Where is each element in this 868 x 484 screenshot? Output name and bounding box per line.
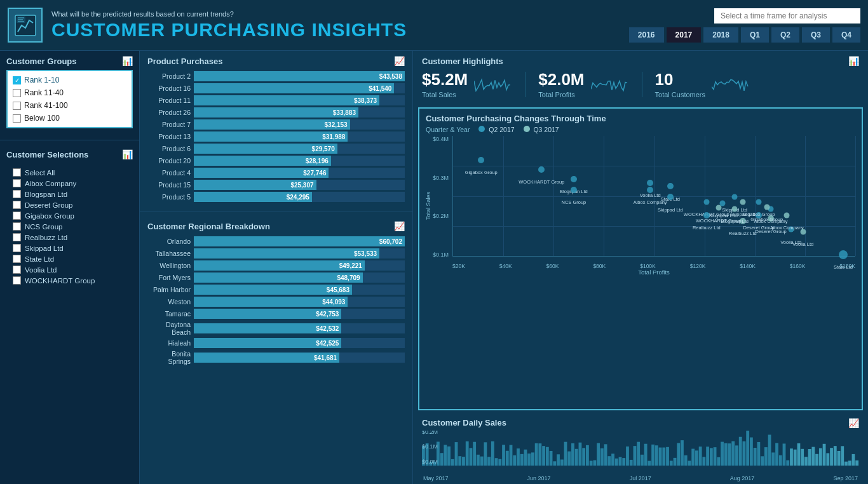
customer-list-item[interactable]: Realbuzz Ltd <box>13 232 126 243</box>
customer-list-item[interactable]: Deseret Group <box>13 199 126 210</box>
daily-bar <box>484 442 487 466</box>
bar-outer: $28,196 <box>194 156 405 166</box>
group-item[interactable]: Rank 41-100 <box>10 99 129 112</box>
bar-row: Hialeah$42,525 <box>147 338 405 348</box>
bar-value: $45,683 <box>327 286 349 293</box>
customer-checkbox[interactable] <box>13 244 21 252</box>
daily-bar <box>717 457 720 466</box>
customer-checkbox[interactable] <box>13 276 21 285</box>
customer-groups-section: Customer Groups 📊 ✓Rank 1-10Rank 11-40Ra… <box>0 51 139 136</box>
group-checkbox[interactable] <box>13 114 21 123</box>
group-item[interactable]: Rank 11-40 <box>10 86 129 99</box>
bar-fill: $32,153 <box>194 119 350 130</box>
groups-dropdown[interactable]: ✓Rank 1-10Rank 11-40Rank 41-100Below 100 <box>6 70 133 128</box>
daily-chart: $0.2M$0.1M$0.0MMay 2017Jun 2017Jul 2017A… <box>422 431 859 481</box>
chart-icon-products[interactable]: 📈 <box>394 56 405 66</box>
time-btn-2018[interactable]: 2018 <box>703 27 738 43</box>
customer-label: Skippad Ltd <box>25 245 64 252</box>
daily-x-label: Sep 2017 <box>833 475 858 481</box>
customer-checkbox[interactable] <box>13 266 21 274</box>
customer-list-item[interactable]: WOCKHARDT Group <box>13 275 126 286</box>
customer-groups-header: Customer Groups 📊 <box>6 56 133 66</box>
highlight-value: $5.2M <box>422 70 468 90</box>
bar-outer: $48,709 <box>194 272 405 283</box>
highlight-card: $5.2MTotal Sales <box>422 70 512 98</box>
bar-label: Product 6 <box>147 145 191 152</box>
customer-list-item[interactable]: Voolia Ltd <box>13 264 126 275</box>
daily-bar <box>593 460 596 466</box>
customer-label: Select All <box>25 169 55 177</box>
customer-checkbox[interactable] <box>13 190 21 198</box>
chart-icon-regional[interactable]: 📈 <box>394 221 405 231</box>
group-checkbox[interactable] <box>13 89 21 97</box>
customer-list-item[interactable]: Blogspan Ltd <box>13 189 126 199</box>
daily-bar <box>564 442 567 466</box>
customer-selections-section: Customer Selections 📊 Select AllAibox Co… <box>0 144 139 295</box>
time-btn-q4[interactable]: Q4 <box>832 27 860 43</box>
daily-bar <box>659 448 662 466</box>
highlight-label: Total Profits <box>538 91 584 98</box>
daily-bar <box>542 446 545 466</box>
customer-checkbox[interactable] <box>13 212 21 220</box>
time-btn-q3[interactable]: Q3 <box>802 27 830 43</box>
chart-icon-daily[interactable]: 📈 <box>848 418 859 428</box>
group-item[interactable]: Below 100 <box>10 112 129 124</box>
scatter-y-axis-title: Total Sales <box>425 192 431 220</box>
bar-label: Product 16 <box>147 84 191 92</box>
group-checkbox[interactable]: ✓ <box>13 76 21 84</box>
daily-bar <box>808 449 811 466</box>
daily-bar <box>575 449 578 466</box>
customer-list-item[interactable]: NCS Group <box>13 221 126 232</box>
bar-row: Weston$44,093 <box>147 297 405 307</box>
legend-quarter-year: Quarter & Year <box>426 126 470 133</box>
bar-fill: $48,709 <box>194 272 363 283</box>
daily-bar <box>699 447 702 466</box>
customer-label: State Ltd <box>25 255 54 263</box>
daily-bar <box>553 461 556 466</box>
customer-list-item[interactable]: Gigabox Group <box>13 210 126 221</box>
bar-value: $29,570 <box>312 145 335 152</box>
legend-q2-dot <box>478 126 485 132</box>
bar-value: $41,681 <box>314 354 337 361</box>
bar-outer: $29,570 <box>194 144 405 154</box>
customer-checkbox[interactable] <box>13 201 21 209</box>
daily-bar <box>590 460 593 466</box>
regional-breakdown-title: Customer Regional Breakdown <box>147 222 270 231</box>
daily-bar <box>691 449 695 466</box>
scatter-dot-label: WOCKHARDT Group <box>519 179 564 185</box>
time-btn-2016[interactable]: 2016 <box>629 27 664 43</box>
daily-bar <box>721 442 724 466</box>
bar-value: $24,295 <box>287 194 309 201</box>
product-purchases-title: Product Purchases <box>147 57 223 66</box>
customer-checkbox[interactable] <box>13 179 21 187</box>
time-btn-2017[interactable]: 2017 <box>667 27 702 43</box>
daily-bar <box>651 445 654 466</box>
customer-checkbox[interactable] <box>13 222 21 231</box>
group-item[interactable]: ✓Rank 1-10 <box>10 74 129 86</box>
daily-bar <box>714 447 717 466</box>
chart-icon-groups[interactable]: 📊 <box>122 56 133 66</box>
customer-list-item[interactable]: State Ltd <box>13 253 126 264</box>
scatter-dot-label: NCS Group <box>562 199 587 205</box>
bar-row: Bonita Springs$41,681 <box>147 350 405 365</box>
daily-bar <box>520 454 524 466</box>
time-frame-input[interactable] <box>714 8 860 24</box>
customer-list-item[interactable]: Aibox Company <box>13 178 126 189</box>
bar-value: $33,883 <box>333 109 356 116</box>
customer-checkbox[interactable] <box>13 233 21 241</box>
daily-y-label: $0.1M <box>422 443 438 450</box>
daily-bar <box>630 460 633 466</box>
daily-sales-svg: $0.2M$0.1M$0.0M <box>422 431 859 475</box>
group-checkbox[interactable] <box>13 102 21 110</box>
customer-checkbox[interactable] <box>13 168 21 177</box>
customer-checkbox[interactable] <box>13 255 21 263</box>
scatter-dot <box>768 215 774 222</box>
customer-list-item[interactable]: Skippad Ltd <box>13 243 126 253</box>
time-btn-q2[interactable]: Q2 <box>771 27 799 43</box>
daily-x-label: May 2017 <box>423 475 449 481</box>
chart-icon-highlights[interactable]: 📊 <box>848 56 859 66</box>
chart-icon-selections[interactable]: 📊 <box>122 149 133 159</box>
customer-list-item[interactable]: Select All <box>13 167 126 178</box>
time-btn-q1[interactable]: Q1 <box>741 27 769 43</box>
daily-bar <box>743 441 746 466</box>
